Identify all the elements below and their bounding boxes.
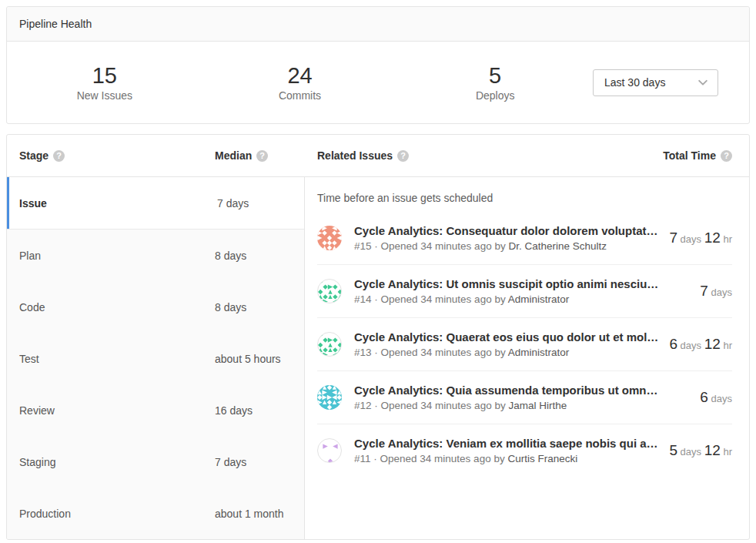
median-header-label: Median xyxy=(215,149,252,162)
related-issues-panel: Time before an issue gets scheduled Cycl… xyxy=(305,177,749,539)
stat-deploys-label: Deploys xyxy=(397,89,593,102)
column-header-total-time: Total Time ? xyxy=(663,149,749,162)
stage-median: 7 days xyxy=(217,197,249,209)
time-value: 6 xyxy=(669,336,677,352)
issue-meta: #12 · Opened 34 minutes ago by Jamal Hir… xyxy=(354,400,691,411)
issue-row: Cycle Analytics: Quia assumenda temporib… xyxy=(317,370,732,424)
stage-list-rest: Plan 8 days Code 8 days Test about 5 hou… xyxy=(7,229,304,539)
stage-name: Plan xyxy=(7,250,215,262)
issue-row: Cycle Analytics: Veniam ex mollitia saep… xyxy=(317,424,732,477)
stat-deploys: 5 Deploys xyxy=(397,63,593,102)
issue-iid: #12 xyxy=(354,400,372,411)
stat-new-issues: 15 New Issues xyxy=(7,63,202,102)
issue-author-link[interactable]: Curtis Franecki xyxy=(507,453,577,464)
table-body: Issue 7 days Plan 8 days Code 8 days Tes… xyxy=(7,177,749,539)
issue-avatar[interactable] xyxy=(317,438,342,463)
time-unit: hr xyxy=(723,446,732,458)
issue-avatar[interactable] xyxy=(317,279,342,303)
time-value: 7 xyxy=(700,283,708,299)
time-unit: hr xyxy=(723,340,732,351)
stat-deploys-value: 5 xyxy=(397,63,593,89)
column-header-related-issues: Related Issues ? xyxy=(305,149,663,162)
stage-median: 8 days xyxy=(215,250,246,262)
related-issues-header-label: Related Issues xyxy=(317,149,393,162)
issue-avatar[interactable] xyxy=(317,385,342,410)
stat-commits: 24 Commits xyxy=(202,63,398,102)
summary-stats-row: 15 New Issues 24 Commits 5 Deploys Last … xyxy=(7,42,749,123)
stage-name: Production xyxy=(7,508,215,520)
stage-row-test[interactable]: Test about 5 hours xyxy=(7,333,304,384)
pipeline-health-card: Pipeline Health 15 New Issues 24 Commits… xyxy=(6,6,750,124)
stage-name: Code xyxy=(7,301,215,313)
column-header-stage: Stage ? xyxy=(7,149,215,162)
issue-opened-text: · Opened 34 minutes ago by xyxy=(374,240,505,252)
stage-name: Issue xyxy=(9,197,217,209)
time-value: 12 xyxy=(704,442,721,458)
time-unit: days xyxy=(711,393,732,404)
help-icon[interactable]: ? xyxy=(397,150,409,162)
help-icon[interactable]: ? xyxy=(721,150,732,162)
date-range-value: Last 30 days xyxy=(604,76,665,89)
issue-total-time: 7 days xyxy=(700,283,732,300)
time-unit: days xyxy=(681,233,701,245)
issue-total-time: 5 days 12 hr xyxy=(669,442,732,459)
issue-opened-text: · Opened 34 minutes ago by xyxy=(374,347,505,358)
stage-name: Test xyxy=(7,353,215,365)
stage-row-production[interactable]: Production about 1 month xyxy=(7,488,304,539)
stage-row-code[interactable]: Code 8 days xyxy=(7,281,304,333)
issue-avatar[interactable] xyxy=(317,226,342,250)
issue-title-link[interactable]: Cycle Analytics: Quia assumenda temporib… xyxy=(354,384,691,397)
stage-median: 8 days xyxy=(215,301,246,313)
stage-row-plan[interactable]: Plan 8 days xyxy=(7,230,304,281)
stage-row-staging[interactable]: Staging 7 days xyxy=(7,436,304,488)
help-icon[interactable]: ? xyxy=(256,150,268,162)
issue-iid: #11 xyxy=(354,453,371,464)
issue-meta: #14 · Opened 34 minutes ago by Administr… xyxy=(354,293,691,305)
issue-avatar[interactable] xyxy=(317,332,342,357)
time-value: 6 xyxy=(700,389,708,405)
stat-new-issues-value: 15 xyxy=(7,63,202,89)
stage-median: about 5 hours xyxy=(215,353,281,365)
issue-total-time: 6 days 12 hr xyxy=(669,336,732,353)
issue-opened-text: · Opened 34 minutes ago by xyxy=(374,400,505,411)
time-value: 7 xyxy=(669,230,677,246)
date-range-dropdown[interactable]: Last 30 days xyxy=(593,69,718,96)
issue-row: Cycle Analytics: Ut omnis suscipit optio… xyxy=(317,264,732,317)
issue-author-link[interactable]: Administrator xyxy=(508,293,570,305)
issue-main: Cycle Analytics: Consequatur dolor dolor… xyxy=(354,224,660,252)
time-unit: hr xyxy=(723,233,732,245)
issue-main: Cycle Analytics: Ut omnis suscipit optio… xyxy=(354,277,691,305)
stat-commits-value: 24 xyxy=(202,63,398,89)
issue-opened-text: · Opened 34 minutes ago by xyxy=(373,453,504,464)
card-title: Pipeline Health xyxy=(7,7,749,42)
stage-name: Review xyxy=(7,404,215,417)
stat-commits-label: Commits xyxy=(202,89,398,102)
issue-total-time: 7 days 12 hr xyxy=(669,230,732,246)
stage-header-label: Stage xyxy=(19,149,49,162)
issue-main: Cycle Analytics: Quia assumenda temporib… xyxy=(354,384,691,411)
issue-title-link[interactable]: Cycle Analytics: Ut omnis suscipit optio… xyxy=(354,277,691,290)
issue-title-link[interactable]: Cycle Analytics: Veniam ex mollitia saep… xyxy=(354,437,660,450)
issue-row: Cycle Analytics: Quaerat eos eius quo do… xyxy=(317,317,732,370)
chevron-down-icon xyxy=(697,77,708,88)
stage-row-review[interactable]: Review 16 days xyxy=(7,384,304,436)
help-icon[interactable]: ? xyxy=(53,150,65,162)
issue-author-link[interactable]: Jamal Hirthe xyxy=(508,400,567,411)
stage-median: 16 days xyxy=(215,404,253,417)
issue-author-link[interactable]: Administrator xyxy=(508,347,570,358)
issue-meta: #11 · Opened 34 minutes ago by Curtis Fr… xyxy=(354,453,660,464)
issue-main: Cycle Analytics: Quaerat eos eius quo do… xyxy=(354,330,660,358)
issue-author-link[interactable]: Dr. Catherine Schultz xyxy=(508,240,607,252)
issue-title-link[interactable]: Cycle Analytics: Consequatur dolor dolor… xyxy=(354,224,660,237)
time-value: 12 xyxy=(704,336,721,352)
time-value: 12 xyxy=(704,230,721,246)
issue-title-link[interactable]: Cycle Analytics: Quaerat eos eius quo do… xyxy=(354,330,660,344)
issue-meta: #15 · Opened 34 minutes ago by Dr. Cathe… xyxy=(354,240,660,252)
issue-main: Cycle Analytics: Veniam ex mollitia saep… xyxy=(354,437,660,464)
stage-row-issue[interactable]: Issue 7 days xyxy=(7,177,304,229)
issue-total-time: 6 days xyxy=(700,389,732,406)
issue-opened-text: · Opened 34 minutes ago by xyxy=(374,293,505,305)
issue-iid: #13 xyxy=(354,347,372,358)
table-header-row: Stage ? Median ? Related Issues ? Total … xyxy=(7,135,749,177)
stage-description: Time before an issue gets scheduled xyxy=(317,177,732,212)
